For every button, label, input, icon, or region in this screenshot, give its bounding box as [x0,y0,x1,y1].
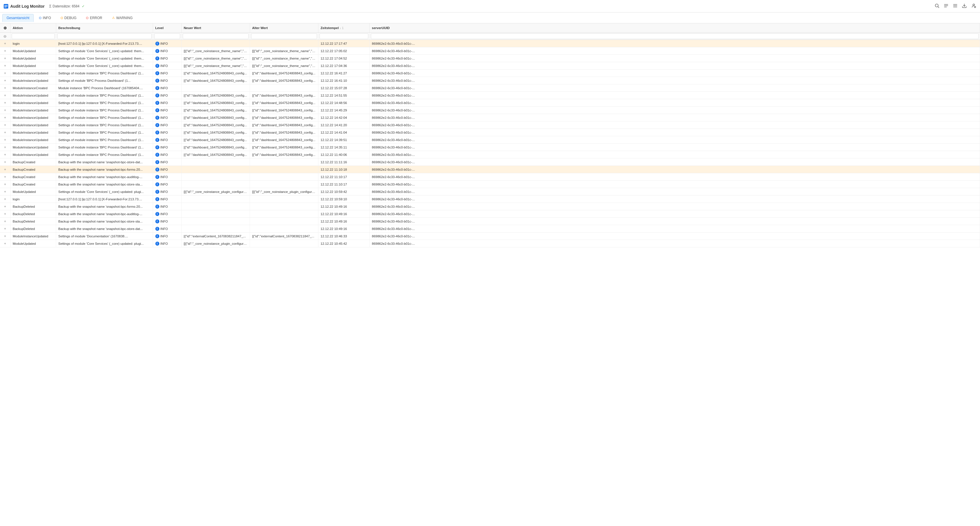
search-icon[interactable] [934,3,940,10]
expand-cell[interactable]: + [0,92,10,99]
filter-alter-wert-cell[interactable] [250,33,318,40]
expand-icon[interactable]: + [4,182,6,186]
expand-cell[interactable]: + [0,218,10,225]
serveruuid-cell: 869862e2-6c33-46c0-b01c-... [369,210,980,218]
expand-cell[interactable]: + [0,232,10,240]
level-cell: iINFO [153,181,181,188]
zeitstempel-cell: 12.12.22 10:45:42 [318,240,369,247]
filter-zeitstempel-cell[interactable] [318,33,369,40]
col-alter-wert-header[interactable]: Alter Wert [250,23,318,33]
filter-level-cell[interactable] [153,33,181,40]
expand-cell[interactable]: + [0,195,10,203]
alter-wert-cell: [[{"id":"_core_noinstance_theme_name","n… [250,55,318,62]
expand-icon[interactable]: + [4,130,6,135]
col-serveruuid-header[interactable]: serverUUID [369,23,980,33]
expand-cell[interactable]: + [0,210,10,218]
filter-neuer-wert-cell[interactable] [181,33,250,40]
beschreibung-cell: Settings of module instance 'BPC Process… [56,92,153,99]
expand-icon[interactable]: + [4,41,6,46]
expand-cell[interactable]: + [0,40,10,47]
expand-icon[interactable]: + [4,123,6,127]
expand-cell[interactable]: + [0,240,10,247]
filter-beschreibung-cell[interactable] [56,33,153,40]
download-icon[interactable] [962,3,967,10]
expand-cell[interactable]: + [0,203,10,210]
expand-cell[interactable]: + [0,173,10,181]
expand-cell[interactable]: + [0,114,10,121]
expand-icon[interactable]: + [4,78,6,83]
level-cell: iINFO [153,99,181,106]
expand-list-icon[interactable] [953,3,958,10]
expand-cell[interactable]: + [0,159,10,166]
expand-icon[interactable]: + [4,219,6,223]
level-label: INFO [161,42,168,45]
expand-icon[interactable]: + [4,167,6,172]
expand-icon[interactable]: + [4,64,6,68]
level-label: INFO [161,146,168,149]
collapse-list-icon[interactable] [943,3,949,10]
expand-icon[interactable]: + [4,204,6,208]
col-level-header[interactable]: Level [153,23,181,33]
expand-icon[interactable]: + [4,153,6,157]
filter-aktion-cell[interactable] [10,33,56,40]
expand-icon[interactable]: + [4,49,6,53]
expand-cell[interactable]: + [0,70,10,77]
expand-cell[interactable]: + [0,225,10,232]
expand-icon[interactable]: + [4,108,6,112]
tab-error[interactable]: ERROR [82,14,106,22]
neuer-wert-cell: [[{"id":"_core_noinstance_theme_name","n… [181,47,250,55]
expand-cell[interactable]: + [0,166,10,173]
filter-serveruuid-cell[interactable] [369,33,980,40]
expand-cell[interactable]: + [0,136,10,144]
expand-icon[interactable]: + [4,175,6,179]
expand-cell[interactable]: + [0,99,10,106]
filter-neuer-wert-input[interactable] [183,33,248,39]
expand-icon[interactable]: + [4,86,6,90]
expand-cell[interactable]: + [0,188,10,195]
tab-info[interactable]: INFO [35,14,55,22]
expand-cell[interactable]: + [0,151,10,159]
tab-gesamtansicht[interactable]: Gesamtansicht [2,14,33,22]
expand-icon[interactable]: + [4,189,6,194]
expand-icon[interactable]: + [4,145,6,149]
expand-icon[interactable]: + [4,71,6,75]
expand-cell[interactable]: + [0,77,10,84]
beschreibung-cell: [host:127.0.0.1] [ip:127.0.0.1] [X-Forwa… [56,40,153,47]
user-settings-icon[interactable] [971,3,977,10]
filter-alter-wert-input[interactable] [251,33,317,39]
expand-icon[interactable]: + [4,197,6,201]
filter-serveruuid-input[interactable] [371,33,979,39]
col-zeitstempel-header[interactable]: Zeitstempel ↓ 1 [318,23,369,33]
expand-cell[interactable]: + [0,47,10,55]
expand-icon[interactable]: + [4,234,6,238]
expand-icon[interactable]: + [4,93,6,97]
expand-icon[interactable]: + [4,227,6,231]
expand-cell[interactable]: + [0,55,10,62]
filter-zeitstempel-input[interactable] [320,33,368,39]
tab-debug[interactable]: DEBUG [56,14,81,22]
expand-cell[interactable]: + [0,144,10,151]
expand-cell[interactable]: + [0,181,10,188]
filter-beschreibung-input[interactable] [57,33,152,39]
filter-aktion-input[interactable] [12,33,55,39]
level-cell: iINFO [153,173,181,181]
col-neuer-wert-header[interactable]: Neuer Wert [181,23,250,33]
expand-icon[interactable]: + [4,160,6,164]
expand-icon[interactable]: + [4,115,6,120]
tab-warning[interactable]: ⚠ WARNING [108,14,137,22]
expand-cell[interactable]: + [0,106,10,114]
col-aktion-header[interactable]: Aktion [10,23,56,33]
expand-cell[interactable]: + [0,121,10,129]
expand-icon[interactable]: + [4,56,6,60]
expand-icon[interactable]: + [4,212,6,216]
expand-cell[interactable]: + [0,62,10,70]
expand-icon[interactable]: + [4,242,6,246]
expand-icon[interactable]: + [4,138,6,142]
filter-level-input[interactable] [154,33,180,39]
col-beschreibung-header[interactable]: Beschreibung [56,23,153,33]
expand-icon[interactable]: + [4,100,6,105]
expand-cell[interactable]: + [0,84,10,92]
table-row: +login[host:127.0.0.1] [ip:127.0.0.1] [X… [0,195,980,203]
expand-cell[interactable]: + [0,129,10,136]
col-expand-header[interactable]: ⊕ [0,23,10,33]
